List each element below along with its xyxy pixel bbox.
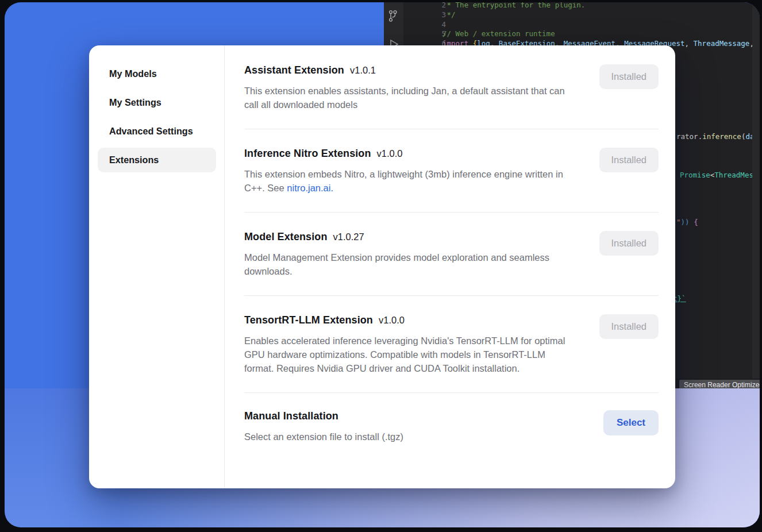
line-number: 2: [403, 2, 446, 10]
code-fragment: rator.inference(data));: [676, 132, 760, 141]
line-number: 5: [403, 29, 446, 39]
sidebar-item-my-settings[interactable]: My Settings: [98, 90, 216, 115]
extension-row-inference-nitro: Inference Nitro Extension v1.0.0 This ex…: [244, 129, 659, 213]
extension-row-tensorrt-llm: TensortRT-LLM Extension v1.0.0 Enables a…: [244, 296, 659, 393]
code-line: * The entrypoint for the plugin.: [442, 2, 760, 10]
code-line: [442, 20, 760, 30]
nitro-jan-ai-link[interactable]: nitro.jan.ai.: [287, 183, 333, 193]
extension-name: TensortRT-LLM Extension: [244, 314, 373, 326]
installed-button[interactable]: Installed: [599, 231, 659, 256]
installed-button[interactable]: Installed: [599, 148, 659, 172]
manual-installation-row: Manual Installation Select an extension …: [244, 393, 659, 444]
line-number: 4: [403, 20, 446, 30]
desktop-background: 23456 * The entrypoint for the plugin. *…: [5, 2, 760, 527]
sidebar-item-extensions[interactable]: Extensions: [98, 148, 216, 172]
sidebar-item-my-models[interactable]: My Models: [98, 61, 216, 86]
extension-name: Assistant Extension: [244, 64, 344, 76]
extension-version: v1.0.1: [350, 65, 376, 76]
settings-sidebar: My Models My Settings Advanced Settings …: [89, 45, 225, 488]
extension-name: Model Extension: [244, 231, 328, 243]
extension-version: v1.0.0: [379, 315, 405, 326]
extension-row-model: Model Extension v1.0.27 Model Management…: [244, 213, 659, 296]
extension-description: This extension enables assistants, inclu…: [244, 84, 571, 111]
select-file-button[interactable]: Select: [603, 410, 659, 435]
extension-version: v1.0.0: [377, 148, 403, 159]
settings-modal: My Models My Settings Advanced Settings …: [89, 45, 675, 488]
extensions-panel: Assistant Extension v1.0.1 This extensio…: [225, 45, 675, 488]
extension-version: v1.0.27: [333, 232, 364, 242]
screenshot-root: 23456 * The entrypoint for the plugin. *…: [0, 0, 762, 532]
extension-description: Enables accelerated inference leveraging…: [244, 334, 571, 375]
extension-name: Inference Nitro Extension: [244, 148, 371, 160]
code-text: * The entrypoint for the plugin. */// We…: [442, 2, 760, 49]
line-number-gutter: 23456: [403, 2, 446, 49]
editor-scrollbar[interactable]: [752, 2, 760, 379]
code-line: // Web / extension runtime: [442, 29, 760, 39]
installed-button[interactable]: Installed: [599, 314, 659, 339]
extension-description: This extension embeds Nitro, a lightweig…: [244, 167, 571, 195]
manual-installation-title: Manual Installation: [244, 410, 338, 422]
extension-description: Model Management Extension provides mode…: [244, 250, 571, 278]
extension-row-assistant: Assistant Extension v1.0.1 This extensio…: [244, 45, 659, 129]
sidebar-item-advanced-settings[interactable]: Advanced Settings: [98, 119, 216, 144]
manual-installation-description: Select an extension file to install (.tg…: [244, 430, 403, 444]
installed-button[interactable]: Installed: [599, 64, 659, 89]
source-control-icon[interactable]: [387, 9, 400, 23]
code-fragment: ")) {: [676, 218, 698, 227]
code-fragment: Promise<ThreadMessage>: [680, 171, 760, 180]
line-number: 3: [403, 10, 446, 20]
code-line: */: [442, 10, 760, 20]
